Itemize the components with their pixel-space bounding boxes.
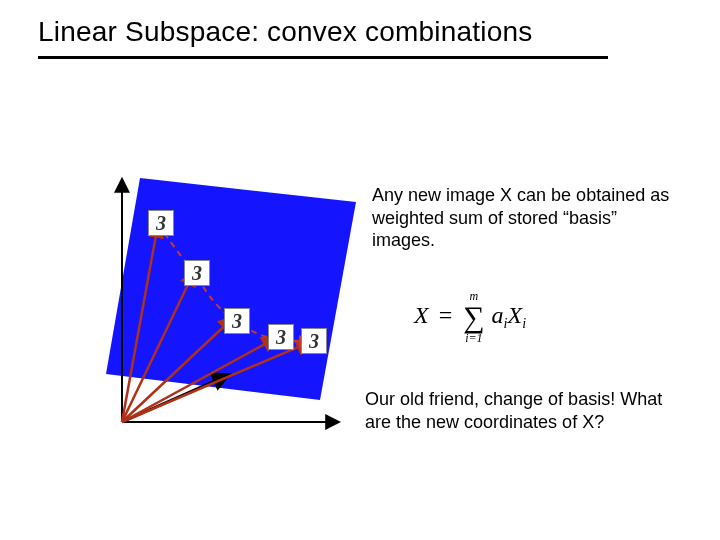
paragraph-2: Our old friend, change of basis! What ar… (365, 388, 675, 433)
sum-lower: i=1 (463, 332, 484, 344)
subspace-figure: 3 3 3 3 3 (88, 160, 358, 440)
formula-a: a (492, 302, 504, 328)
basis-thumb: 3 (184, 260, 210, 286)
slide: Linear Subspace: convex combinations (0, 0, 720, 540)
formula-lhs: X (414, 302, 429, 328)
sigma-icon: m ∑ i=1 (463, 290, 484, 344)
basis-thumb: 3 (268, 324, 294, 350)
formula-x: X (508, 302, 523, 328)
sigma-symbol: ∑ (463, 302, 484, 332)
basis-thumb: 3 (224, 308, 250, 334)
figure-svg (88, 160, 358, 440)
paragraph-1: Any new image X can be obtained as weigh… (372, 184, 682, 252)
title-underline (38, 56, 608, 59)
slide-title: Linear Subspace: convex combinations (38, 16, 532, 48)
basis-thumb: 3 (301, 328, 327, 354)
plane-icon (106, 178, 356, 400)
formula: X = m ∑ i=1 aiXi (414, 290, 526, 344)
basis-thumb: 3 (148, 210, 174, 236)
formula-x-sub: i (522, 316, 526, 331)
formula-eq: = (435, 302, 457, 328)
